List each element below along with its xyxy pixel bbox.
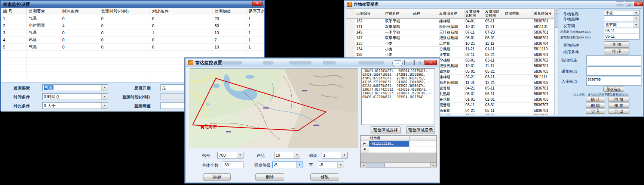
minimize-button[interactable]: —: [404, 60, 414, 65]
new-row[interactable]: ✱: [361, 147, 436, 153]
enabled-label: 是否开启: [134, 85, 151, 91]
stat-button[interactable]: 统 计: [586, 97, 605, 102]
intensity-combo[interactable]: -5 ▼: [272, 162, 303, 168]
table-row[interactable]: 5气温000101: [1, 43, 264, 50]
dropdown-icon[interactable]: ▼: [294, 152, 300, 158]
table-row[interactable]: 141双季早稻秧田分蘖期10-3111-215811101: [346, 24, 554, 29]
storage-station-textarea[interactable]: 5836705: [586, 77, 641, 86]
cell: 132: [355, 18, 384, 24]
table-row[interactable]: 2小时雨量400501: [1, 22, 264, 29]
close-icon[interactable]: ✕: [634, 1, 643, 6]
col-crop-name[interactable]: 作物名称: [384, 9, 412, 18]
stage-end-input[interactable]: 06-11: [604, 34, 640, 40]
modify-record-button[interactable]: 修 改: [608, 103, 629, 108]
col-period[interactable]: 监测时段(小时): [99, 8, 150, 15]
select-region-button[interactable]: 预警区域选择: [371, 126, 401, 134]
compare-condition-combo[interactable]: 0-大于 ▼: [42, 102, 108, 109]
table-row[interactable]: ▶ -45122.12238...: [361, 141, 436, 147]
maximize-button[interactable]: ▢: [414, 60, 424, 65]
import-button[interactable]: 导 入: [586, 109, 605, 114]
dropdown-icon[interactable]: ▼: [237, 152, 243, 158]
table-row[interactable]: 133小麦出苗期10-2111-115836704: [346, 41, 554, 46]
scroll-left-icon[interactable]: ◄: [361, 163, 367, 167]
cell: 5836703: [533, 69, 554, 74]
cell: [26, 72, 60, 79]
export-button[interactable]: 导 出: [608, 109, 629, 114]
col-stage-start[interactable]: 发育期开始时间: [464, 9, 484, 18]
dropdown-icon[interactable]: ▼: [101, 94, 108, 100]
measures-label: 防治措施: [561, 58, 577, 63]
product-combo[interactable]: 19 ▼: [274, 152, 300, 159]
collect-station-textarea[interactable]: [586, 66, 641, 76]
modify-button[interactable]: 修改: [310, 173, 339, 181]
col-measures[interactable]: 防治措施: [504, 9, 533, 18]
delete-button[interactable]: 删除: [255, 173, 284, 181]
dropdown-icon[interactable]: ▼: [633, 10, 639, 16]
stage-start-input[interactable]: 05-11: [604, 28, 640, 34]
table-row[interactable]: 134小麦分蘖期11-2101-115811110: [346, 46, 554, 52]
modify-station-button[interactable]: 修改站点: [603, 87, 624, 92]
col-coordinates[interactable]: 经纬度: [369, 136, 410, 141]
crop-variety-combo[interactable]: ▼: [604, 15, 640, 21]
col-stage-name[interactable]: 发育期名称: [438, 9, 464, 18]
warning-region-map[interactable]: 黄北海市: [190, 68, 358, 148]
maximize-button[interactable]: ▢: [625, 1, 633, 6]
col-variety[interactable]: 品种: [412, 9, 438, 18]
col-threshold[interactable]: 监测阈值: [212, 8, 246, 15]
dropdown-icon[interactable]: ▼: [296, 162, 303, 168]
dropdown-icon[interactable]: ▼: [101, 85, 108, 91]
cell: 秧田分蘖期: [438, 24, 464, 29]
col-stage-end[interactable]: 发育期结束时间: [484, 9, 504, 18]
dropdown-icon[interactable]: ▼: [633, 16, 639, 21]
elevation-combo[interactable]: 1 ▼: [322, 152, 348, 159]
table-row[interactable]: 135小麦拔节期02-1103-215836701: [346, 52, 554, 57]
table-row[interactable]: 132双季早稻播种期04-0105-115836701: [346, 18, 554, 24]
table-row[interactable]: 4风速00071: [1, 36, 264, 43]
selector-header: [361, 136, 369, 141]
scroll-thumb[interactable]: [367, 163, 385, 167]
delete-record-button[interactable]: 删 除: [586, 103, 605, 108]
col-compare[interactable]: 对比条件: [150, 8, 212, 15]
intensity-to-combo[interactable]: -5 ▼: [318, 162, 344, 168]
cell: 03-01: [464, 57, 484, 63]
query-button[interactable]: 查 询: [604, 41, 629, 48]
add-record-button[interactable]: 增 加: [608, 97, 629, 102]
grid-horizontal-scrollbar[interactable]: ◄ ►: [361, 162, 436, 167]
stage-combo[interactable]: 拔节期 ▼: [604, 22, 640, 28]
table-row[interactable]: 3气温001101: [1, 29, 264, 36]
col-record-id[interactable]: 记录编号: [355, 9, 384, 18]
cell: 07-11: [464, 29, 484, 35]
add-button[interactable]: 添加: [203, 173, 231, 181]
cell: 灌浆成熟期: [438, 35, 464, 41]
measures-textarea[interactable]: [586, 55, 641, 65]
table-row[interactable]: 1气温000201: [1, 15, 264, 22]
col-enabled[interactable]: 是否开启: [246, 8, 264, 15]
col-element[interactable]: 监测要素: [26, 8, 60, 15]
scroll-right-icon[interactable]: ►: [430, 163, 436, 167]
element-label: 监测要素: [13, 85, 30, 91]
col-number[interactable]: 编 号: [1, 8, 26, 15]
region-coordinates-textarea[interactable]: 38491.0172034971, 905914.13175410, 63458…: [361, 68, 435, 125]
table-row[interactable]: 147双季早稻灌浆成熟期05-0106-015836701: [346, 35, 554, 41]
element-combo[interactable]: 气温 ▼: [42, 84, 108, 91]
dropdown-icon[interactable]: ▼: [337, 162, 344, 168]
element-window-titlebar[interactable]: 要素监控设置: [1, 1, 264, 8]
close-icon[interactable]: ✕: [424, 60, 437, 65]
crop-window-titlebar[interactable]: 作物生育期库: [344, 1, 643, 7]
station-combo[interactable]: 700 ▼: [217, 152, 243, 159]
close-icon[interactable]: ✕: [252, 1, 263, 6]
sort-button[interactable]: 排 序: [604, 48, 629, 54]
col-station-id[interactable]: 采集站编号: [533, 9, 554, 18]
table-row[interactable]: 145一季早稻三叶移栽期07-1107-235836701: [346, 29, 554, 35]
time-condition-combo[interactable]: 0 时间点 ▼: [42, 93, 108, 100]
show-region-button[interactable]: 预警区域显示: [406, 126, 435, 134]
minimize-button[interactable]: —: [616, 1, 624, 6]
cell-count-input[interactable]: 30: [223, 162, 243, 168]
cell: [346, 46, 355, 52]
resize-handle-button[interactable]: ⇔: [392, 60, 403, 66]
dropdown-icon[interactable]: ▼: [633, 22, 639, 28]
cell: 05-01: [464, 69, 484, 74]
dropdown-icon[interactable]: ▼: [101, 103, 108, 109]
col-time-condition[interactable]: 时间条件: [60, 8, 99, 15]
dropdown-icon[interactable]: ▼: [341, 152, 347, 158]
